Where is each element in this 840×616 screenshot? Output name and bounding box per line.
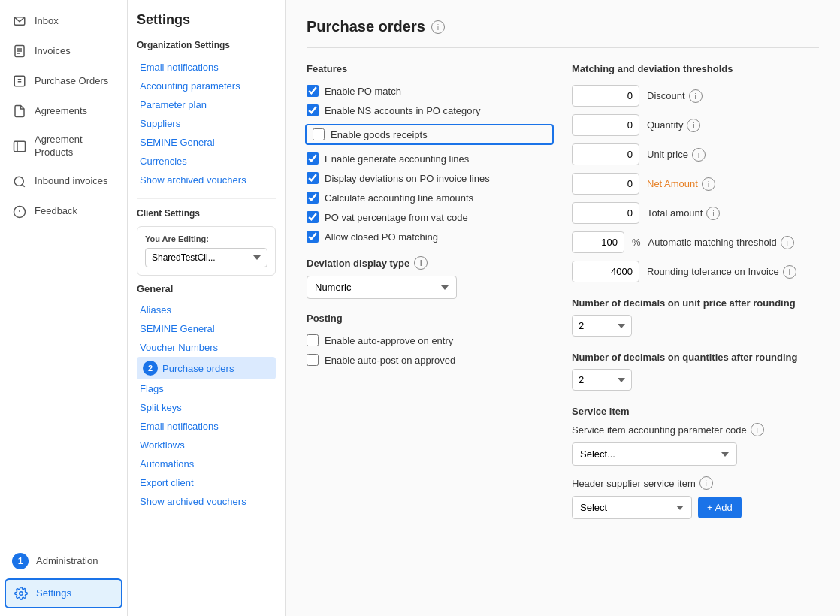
- sidebar-item-agreement-products[interactable]: Agreement Products: [0, 126, 127, 167]
- enable-po-match-label[interactable]: Enable PO match: [325, 86, 401, 97]
- threshold-total-amount-label: Total amount i: [647, 207, 720, 220]
- sidebar-item-inbound-invoices[interactable]: Inbound invoices: [0, 167, 127, 197]
- header-supplier-label: Header supplier service item i: [572, 476, 819, 490]
- checkbox-auto-post: Enable auto-post on approved: [307, 354, 554, 366]
- allow-closed-po-checkbox[interactable]: [307, 231, 319, 243]
- sidebar: Inbox Invoices Purchase Orders Agreement…: [0, 0, 128, 616]
- decimals-unit-price-label: Number of decimals on unit price after r…: [572, 297, 819, 309]
- enable-ns-accounts-checkbox[interactable]: [307, 104, 319, 116]
- settings-link-accounting-params[interactable]: Accounting parameters: [137, 77, 276, 95]
- settings-link-workflows[interactable]: Workflows: [137, 436, 276, 454]
- svg-point-10: [14, 177, 23, 186]
- auto-approve-checkbox[interactable]: [307, 334, 319, 346]
- discount-info-icon[interactable]: i: [689, 89, 703, 103]
- sidebar-item-feedback[interactable]: Feedback: [0, 197, 127, 227]
- sidebar-item-settings-label: Settings: [36, 587, 71, 600]
- auto-match-info-icon[interactable]: i: [781, 236, 794, 249]
- deviation-info-icon[interactable]: i: [414, 256, 428, 270]
- service-item-accounting-label: Service item accounting parameter code i: [572, 423, 819, 436]
- settings-link-email-notif-client[interactable]: Email notifications: [137, 417, 276, 436]
- threshold-discount-input[interactable]: [572, 85, 639, 107]
- sidebar-nav: Inbox Invoices Purchase Orders Agreement…: [0, 0, 127, 539]
- unit-price-info-icon[interactable]: i: [692, 148, 706, 162]
- settings-link-parameter-plan[interactable]: Parameter plan: [137, 95, 276, 114]
- settings-link-aliases[interactable]: Aliases: [137, 300, 276, 319]
- sidebar-item-inbox[interactable]: Inbox: [0, 6, 127, 36]
- features-title: Features: [307, 63, 554, 74]
- checkbox-enable-ns-accounts: Enable NS accounts in PO category: [307, 104, 554, 116]
- threshold-rounding-input[interactable]: [572, 261, 639, 282]
- sidebar-item-feedback-label: Feedback: [35, 205, 77, 218]
- threshold-quantity-input[interactable]: [572, 114, 639, 136]
- sidebar-item-settings[interactable]: Settings: [5, 578, 122, 608]
- net-amount-info-icon[interactable]: i: [702, 177, 715, 191]
- checkbox-enable-goods-receipts: Enable goods receipts: [305, 124, 554, 145]
- enable-ns-accounts-label[interactable]: Enable NS accounts in PO category: [325, 105, 480, 116]
- sidebar-item-administration[interactable]: 1 Administration: [0, 545, 127, 577]
- settings-link-archived-vouchers-client[interactable]: Show archived vouchers: [137, 492, 276, 511]
- settings-link-semine-general[interactable]: SEMINE General: [137, 133, 276, 152]
- thresholds-title: Matching and deviation thresholds: [572, 63, 819, 74]
- threshold-auto-match-label: Automatic matching threshold i: [648, 236, 794, 249]
- posting-section: Posting Enable auto-approve on entry Ena…: [307, 313, 554, 366]
- enable-goods-receipts-checkbox[interactable]: [313, 128, 325, 140]
- general-section-title: General: [137, 283, 276, 294]
- settings-link-archived-vouchers-org[interactable]: Show archived vouchers: [137, 171, 276, 189]
- settings-link-currencies[interactable]: Currencies: [137, 152, 276, 171]
- decimals-quantities-select[interactable]: 2 0134: [572, 369, 632, 391]
- calculate-accounting-checkbox[interactable]: [307, 192, 319, 204]
- enable-generate-accounting-checkbox[interactable]: [307, 152, 319, 165]
- allow-closed-po-label[interactable]: Allow closed PO matching: [325, 231, 438, 243]
- threshold-auto-match-input[interactable]: [572, 231, 624, 253]
- threshold-net-amount-input[interactable]: [572, 173, 639, 195]
- agreements-icon: [12, 104, 27, 119]
- decimals-unit-price-select[interactable]: 2 0134: [572, 315, 632, 337]
- settings-link-flags[interactable]: Flags: [137, 379, 276, 398]
- settings-link-purchase-orders[interactable]: 2 Purchase orders: [137, 357, 276, 379]
- page-info-icon[interactable]: i: [431, 20, 445, 34]
- sidebar-item-agreements[interactable]: Agreements: [0, 96, 127, 126]
- enable-generate-accounting-label[interactable]: Enable generate accounting lines: [325, 153, 469, 165]
- auto-approve-label[interactable]: Enable auto-approve on entry: [325, 335, 453, 346]
- display-deviations-checkbox[interactable]: [307, 172, 319, 184]
- service-accounting-select[interactable]: Select...: [572, 442, 737, 466]
- threshold-row-total-amount: Total amount i: [572, 202, 819, 224]
- header-supplier-info-icon[interactable]: i: [699, 476, 713, 490]
- settings-link-split-keys[interactable]: Split keys: [137, 398, 276, 417]
- settings-link-semine-general-client[interactable]: SEMINE General: [137, 319, 276, 338]
- sidebar-item-invoices[interactable]: Invoices: [0, 36, 127, 66]
- sidebar-item-purchase-orders[interactable]: Purchase Orders: [0, 66, 127, 96]
- purchase-orders-icon: [12, 74, 27, 89]
- settings-link-email-notif[interactable]: Email notifications: [137, 58, 276, 77]
- rounding-info-icon[interactable]: i: [783, 265, 796, 279]
- quantity-info-icon[interactable]: i: [687, 119, 700, 132]
- service-accounting-info-icon[interactable]: i: [751, 423, 764, 436]
- org-section-title: Organization Settings: [137, 40, 276, 50]
- client-selector[interactable]: SharedTestCli...: [145, 248, 267, 267]
- add-button[interactable]: + Add: [698, 497, 742, 518]
- decimals-quantities-section: Number of decimals on quantities after r…: [572, 352, 819, 391]
- inbox-icon: [12, 14, 27, 29]
- settings-link-suppliers[interactable]: Suppliers: [137, 114, 276, 133]
- svg-rect-8: [14, 141, 26, 152]
- auto-post-checkbox[interactable]: [307, 354, 319, 366]
- feedback-icon: [12, 204, 27, 219]
- settings-link-automations[interactable]: Automations: [137, 454, 276, 473]
- po-vat-label[interactable]: PO vat percentage from vat code: [325, 212, 468, 223]
- enable-goods-receipts-label[interactable]: Enable goods receipts: [331, 129, 428, 140]
- threshold-unit-price-input[interactable]: [572, 143, 639, 165]
- header-supplier-select[interactable]: Select: [572, 496, 692, 519]
- service-item-section: Service item Service item accounting par…: [572, 406, 819, 519]
- deviation-display-type-select[interactable]: Numeric Percentage Both: [307, 276, 457, 299]
- enable-po-match-checkbox[interactable]: [307, 85, 319, 97]
- po-vat-checkbox[interactable]: [307, 211, 319, 223]
- settings-link-voucher-numbers[interactable]: Voucher Numbers: [137, 338, 276, 357]
- settings-link-export-client[interactable]: Export client: [137, 473, 276, 492]
- auto-post-label[interactable]: Enable auto-post on approved: [325, 355, 455, 366]
- main-content: Purchase orders i Features Enable PO mat…: [286, 0, 840, 616]
- calculate-accounting-label[interactable]: Calculate accounting line amounts: [325, 192, 473, 204]
- total-amount-info-icon[interactable]: i: [706, 207, 720, 220]
- percent-sign: %: [632, 237, 641, 248]
- display-deviations-label[interactable]: Display deviations on PO invoice lines: [325, 173, 490, 184]
- threshold-total-amount-input[interactable]: [572, 202, 639, 224]
